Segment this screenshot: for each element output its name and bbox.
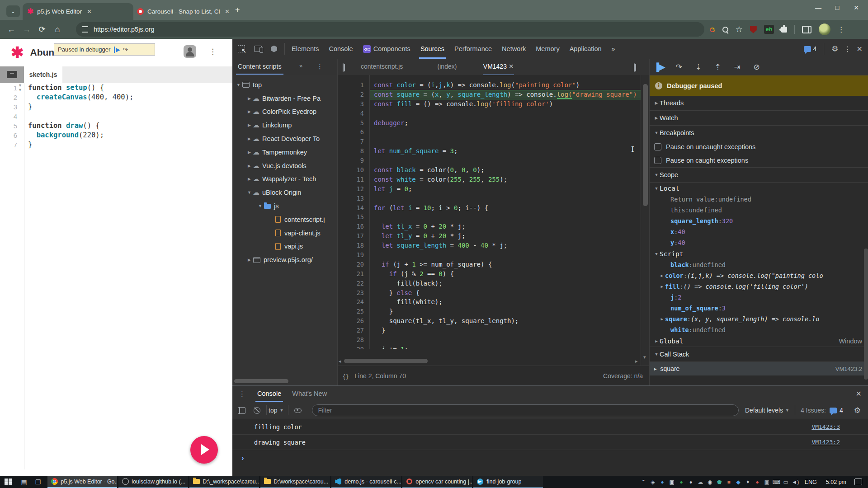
tray-icon[interactable]: ◆ <box>734 479 743 485</box>
editor-line-numbers[interactable]: 1234567891011121314151617181920212223242… <box>338 80 364 349</box>
tab-close-icon[interactable]: ✕ <box>223 8 231 15</box>
chevron-right-icon[interactable]: ▶ <box>247 150 252 155</box>
profile-avatar[interactable] <box>819 23 830 35</box>
console-sidebar-icon[interactable] <box>238 407 245 414</box>
devtools-tab-console[interactable]: Console <box>324 39 358 59</box>
new-tab-button[interactable]: + <box>235 5 240 15</box>
tree-item-tampermonkey[interactable]: ▶☁Tampermonkey <box>232 145 337 159</box>
clock[interactable]: 5:02 pm <box>826 479 846 485</box>
line-number[interactable]: 3 <box>338 99 364 109</box>
inspect-element-icon[interactable] <box>238 45 245 52</box>
p5-line-numbers[interactable]: 1234567 <box>0 83 17 150</box>
scope-variable[interactable]: white: undefined <box>650 324 868 335</box>
vue-devtools-icon[interactable] <box>271 46 277 52</box>
drawer-close-icon[interactable]: ✕ <box>856 389 862 398</box>
line-number[interactable]: 8 <box>338 146 364 156</box>
language-indicator[interactable]: ENG <box>805 479 817 485</box>
breakpoint-option[interactable]: Pause on caught exceptions <box>650 154 868 167</box>
scope-variable[interactable]: num_of_square: 3 <box>650 303 868 314</box>
tree-item-previewp5jsorg[interactable]: ▶preview.p5js.org/ <box>232 253 337 267</box>
chevron-down-icon[interactable]: ▼ <box>236 83 241 87</box>
drawer-tab-whatsnew[interactable]: What's New <box>287 386 332 402</box>
line-number[interactable]: 24 <box>338 297 364 307</box>
line-number[interactable]: 11 <box>338 175 364 184</box>
start-button[interactable] <box>5 479 12 486</box>
source-link[interactable]: VM1423:2 <box>811 439 840 446</box>
taskbar-app-icon[interactable]: ▤ <box>21 479 27 486</box>
live-expression-icon[interactable] <box>294 408 302 413</box>
device-toolbar-icon[interactable] <box>254 46 262 52</box>
tree-item-bitwardenfreepa[interactable]: ▶☁Bitwarden - Free Pa <box>232 92 337 105</box>
tab-search-icon[interactable]: ⌄ <box>6 5 20 17</box>
tray-icon[interactable]: ▣ <box>667 479 677 485</box>
file-drawer-button[interactable] <box>0 66 24 83</box>
hide-navigator-icon[interactable] <box>343 63 344 72</box>
line-number[interactable]: 14 <box>338 203 364 213</box>
scope-variable[interactable]: ▶color: (i,j,k) => console.log("painting… <box>650 270 868 281</box>
deactivate-breakpoints-icon[interactable]: ⊘ <box>747 62 766 72</box>
window-close-button[interactable]: ✕ <box>847 1 865 14</box>
p5-logo[interactable]: ✱ <box>11 43 24 61</box>
line-number[interactable]: 20 <box>338 260 364 269</box>
taskbar-button[interactable]: find-job-group <box>473 476 543 488</box>
scope-group-local[interactable]: ▼Local <box>650 183 868 194</box>
task-view-icon[interactable]: ❐ <box>35 479 41 486</box>
scope-variable[interactable]: x: 40 <box>650 226 868 237</box>
console-log-row[interactable]: drawing squareVM1423:2 <box>232 435 868 450</box>
taskbar-button[interactable]: D:\_workspace\carou... <box>189 476 259 488</box>
line-number[interactable]: 17 <box>338 231 364 241</box>
extensions-icon[interactable] <box>781 27 787 33</box>
taskbar-button[interactable]: louisclaw.github.io (... <box>118 476 188 488</box>
chevron-right-icon[interactable]: ▶ <box>247 177 252 181</box>
tray-icon[interactable]: ⌃ <box>639 479 648 485</box>
bookmark-star-icon[interactable]: ☆ <box>736 24 743 34</box>
more-navigator-tabs-icon[interactable]: » <box>299 62 302 69</box>
navigator-menu-icon[interactable]: ⋮ <box>316 62 323 70</box>
line-number[interactable]: 10 <box>338 165 364 175</box>
tray-icon[interactable]: ● <box>753 479 762 485</box>
ublock-extension-icon[interactable] <box>750 26 757 33</box>
notification-center-icon[interactable] <box>854 479 862 485</box>
step-into-icon[interactable]: ⇣ <box>689 62 708 72</box>
line-number[interactable]: 18 <box>338 241 364 250</box>
line-number[interactable]: 7 <box>338 137 364 146</box>
chevron-right-icon[interactable]: ▶ <box>650 273 665 278</box>
site-settings-icon[interactable] <box>82 26 88 33</box>
console-prompt-chevron[interactable]: › <box>232 450 868 463</box>
tray-icon[interactable]: ◉ <box>705 479 715 485</box>
editor-vscrollbar[interactable]: ▾ <box>641 75 650 366</box>
file-tab-VM1423[interactable]: VM1423 ✕ <box>483 59 514 75</box>
scope-variable[interactable]: square_length: 320 <box>650 216 868 226</box>
google-lens-icon[interactable]: G <box>710 26 715 33</box>
line-number[interactable]: 2 <box>338 90 364 99</box>
tree-item-linkclump[interactable]: ▶☁Linkclump <box>232 118 337 132</box>
checkbox[interactable] <box>654 157 661 164</box>
taskbar-button[interactable]: D:\workspace\carou... <box>260 476 330 488</box>
line-number[interactable]: 16 <box>338 222 364 231</box>
forward-button[interactable]: → <box>19 25 34 34</box>
console-filter-input[interactable]: Filter <box>312 404 739 416</box>
line-number[interactable]: 22 <box>338 279 364 288</box>
line-number[interactable]: 4 <box>338 109 364 118</box>
section-threads[interactable]: ▶ Threads <box>650 96 868 111</box>
line-number[interactable]: 23 <box>338 288 364 298</box>
line-number[interactable]: 12 <box>338 184 364 194</box>
step-out-icon[interactable]: ⇡ <box>708 62 727 72</box>
tray-icon[interactable]: ● <box>658 479 667 485</box>
line-number[interactable]: 25 <box>338 307 364 316</box>
scope-group-script[interactable]: ▼Script <box>650 248 868 259</box>
section-watch[interactable]: ▶ Watch <box>650 111 868 126</box>
file-tab-contentscriptjs[interactable]: contentscript.js <box>361 59 403 75</box>
p5-menu-icon[interactable]: ⋮ <box>209 47 217 56</box>
line-number[interactable]: 5 <box>0 121 17 131</box>
tree-item-reactdeveloperto[interactable]: ▶☁React Developer To <box>232 132 337 145</box>
console-log-row[interactable]: filling colorVM1423:3 <box>232 419 868 435</box>
tree-item-vuejsdevtools[interactable]: ▶☁Vue.js devtools <box>232 159 337 173</box>
scope-variable[interactable]: ▶square: (x, y, square_length) => consol… <box>650 314 868 324</box>
line-number[interactable]: 1 <box>338 80 364 90</box>
tray-icon[interactable]: ✦ <box>743 479 753 485</box>
tree-item-colorpickeyedrop[interactable]: ▶☁ColorPick Eyedrop <box>232 105 337 119</box>
tray-icon[interactable]: ▣ <box>762 479 772 485</box>
devtools-tab-sources[interactable]: Sources <box>415 39 449 59</box>
debugger-scrollbar[interactable] <box>864 249 868 380</box>
